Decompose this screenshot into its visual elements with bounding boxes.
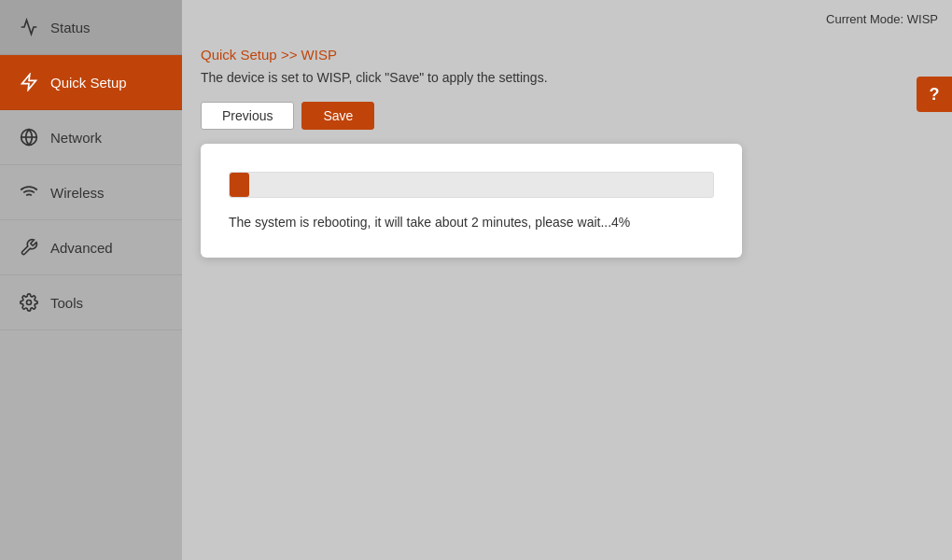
sidebar-item-tools-label: Tools (50, 295, 83, 311)
activity-icon (19, 17, 39, 37)
sidebar-item-tools[interactable]: Tools (0, 275, 182, 330)
content-area: ? Quick Setup >> WISP The device is set … (182, 37, 952, 560)
sidebar-item-status[interactable]: Status (0, 0, 182, 55)
sidebar-item-wireless[interactable]: Wireless (0, 165, 182, 220)
buttons-row: Previous Save (201, 102, 933, 130)
previous-button[interactable]: Previous (201, 102, 294, 130)
sidebar-item-quick-setup[interactable]: Quick Setup (0, 55, 182, 110)
svg-point-4 (27, 301, 32, 305)
breadcrumb-separator: >> (281, 47, 298, 63)
save-button[interactable]: Save (301, 102, 374, 130)
topbar: Current Mode: WISP (182, 0, 952, 37)
sidebar-item-network-label: Network (50, 130, 102, 146)
breadcrumb: Quick Setup >> WISP (201, 37, 933, 70)
sidebar: Status Quick Setup Network (0, 0, 182, 560)
main-content: Current Mode: WISP ? Quick Setup >> WISP… (182, 0, 952, 560)
sidebar-item-network[interactable]: Network (0, 110, 182, 165)
settings-icon (19, 292, 39, 313)
breadcrumb-link[interactable]: Quick Setup (201, 47, 277, 63)
sidebar-item-status-label: Status (50, 20, 91, 35)
breadcrumb-current: WISP (301, 47, 337, 63)
sidebar-item-quick-setup-label: Quick Setup (50, 75, 127, 91)
progress-bar-container (229, 172, 714, 198)
sidebar-item-advanced-label: Advanced (50, 240, 113, 256)
zap-icon (19, 72, 39, 92)
reboot-message: The system is rebooting, it will take ab… (229, 215, 714, 230)
sidebar-item-advanced[interactable]: Advanced (0, 220, 182, 275)
progress-bar-fill (230, 173, 249, 197)
globe-icon (19, 127, 39, 147)
page-description: The device is set to WISP, click "Save" … (201, 70, 933, 85)
current-mode: Current Mode: WISP (826, 12, 938, 26)
tools-icon (19, 237, 39, 258)
help-button[interactable]: ? (917, 77, 952, 112)
svg-marker-0 (22, 75, 36, 91)
wifi-icon (19, 182, 39, 203)
sidebar-item-wireless-label: Wireless (50, 185, 105, 201)
reboot-dialog: The system is rebooting, it will take ab… (201, 144, 742, 258)
